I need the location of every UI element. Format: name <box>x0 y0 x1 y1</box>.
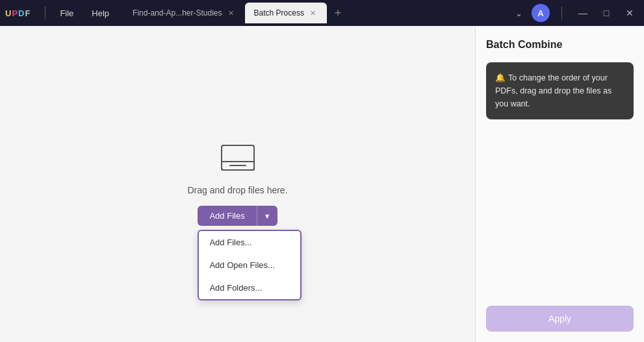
panel-title: Batch Combine <box>486 39 634 51</box>
dropdown-add-open-files[interactable]: Add Open Files... <box>199 254 300 276</box>
tab-label-2: Batch Process <box>254 8 304 18</box>
panel-footer: Apply <box>486 306 634 332</box>
drop-text: Drag and drop files here. <box>187 185 287 195</box>
tab-add-button[interactable]: + <box>329 5 346 21</box>
logo-u: U <box>5 8 12 18</box>
logo-d: D <box>18 8 25 18</box>
logo-p: P <box>12 8 18 18</box>
info-icon: 🔔 <box>495 73 506 82</box>
logo-f: F <box>25 8 31 18</box>
dropdown-add-folders[interactable]: Add Folders... <box>199 276 300 299</box>
add-files-dropdown: Add Files... Add Open Files... Add Folde… <box>198 230 302 300</box>
main-layout: Drag and drop files here. Add Files ▼ Ad… <box>0 26 644 342</box>
content-area: Drag and drop files here. Add Files ▼ Ad… <box>0 26 475 342</box>
titlebar-divider-right <box>561 6 562 19</box>
menu-bar: File Help <box>52 6 117 21</box>
svg-rect-0 <box>222 145 254 170</box>
titlebar-divider <box>45 6 45 19</box>
dropdown-add-files[interactable]: Add Files... <box>199 231 300 254</box>
inbox-icon <box>218 142 257 175</box>
close-button[interactable]: ✕ <box>621 4 639 22</box>
apply-button[interactable]: Apply <box>486 306 634 332</box>
maximize-button[interactable]: □ <box>597 4 615 22</box>
add-files-button[interactable]: Add Files ▼ <box>198 206 277 226</box>
add-files-main-label[interactable]: Add Files <box>198 206 257 226</box>
tab-close-2[interactable]: ✕ <box>308 8 318 18</box>
help-menu[interactable]: Help <box>84 6 117 21</box>
app-logo: UPDF <box>5 8 31 18</box>
tab-label-1: Find-and-Ap...her-Studies <box>133 8 222 18</box>
add-files-container: Add Files ▼ Add Files... Add Open Files.… <box>198 206 277 226</box>
tab-batch-process[interactable]: Batch Process ✕ <box>245 3 327 23</box>
avatar[interactable]: A <box>532 4 550 22</box>
overflow-button[interactable]: ⌄ <box>511 5 526 21</box>
add-files-arrow[interactable]: ▼ <box>257 207 277 225</box>
titlebar-right: ⌄ A — □ ✕ <box>511 4 639 22</box>
file-menu[interactable]: File <box>52 6 81 21</box>
tab-close-1[interactable]: ✕ <box>226 8 236 18</box>
info-box: 🔔To change the order of your PDFs, drag … <box>486 62 634 119</box>
titlebar: UPDF File Help Find-and-Ap...her-Studies… <box>0 0 644 26</box>
tab-find-and-ap[interactable]: Find-and-Ap...her-Studies ✕ <box>123 3 244 23</box>
minimize-button[interactable]: — <box>574 4 592 22</box>
tabs-area: Find-and-Ap...her-Studies ✕ Batch Proces… <box>123 3 511 23</box>
right-panel: Batch Combine 🔔To change the order of yo… <box>475 26 644 342</box>
info-text: To change the order of your PDFs, drag a… <box>495 73 612 108</box>
drop-zone: Drag and drop files here. Add Files ▼ Ad… <box>187 142 287 226</box>
